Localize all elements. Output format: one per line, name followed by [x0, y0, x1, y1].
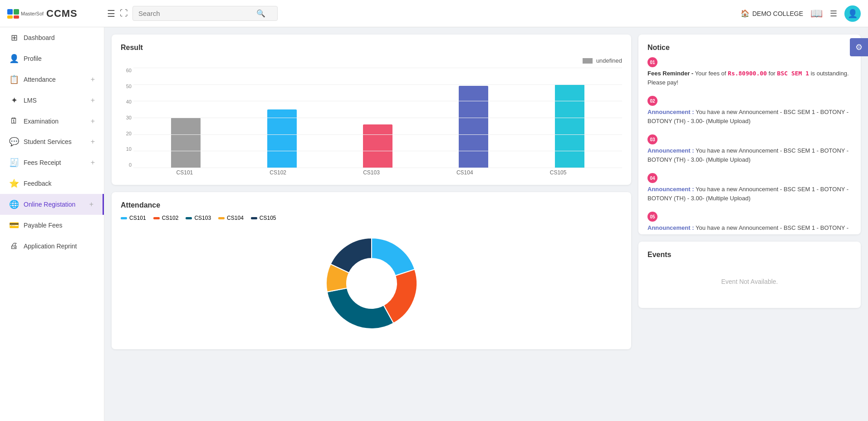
sidebar-item-payable-fees[interactable]: 💳 Payable Fees — [0, 215, 104, 236]
legend-item-CS101: CS101 — [121, 215, 146, 221]
home-icon: 🏠 — [740, 9, 750, 18]
x-label-CS105: CS105 — [511, 169, 605, 176]
bar-group-CS102 — [267, 109, 297, 168]
notice-text-02: Announcement : You have a new Announceme… — [647, 108, 852, 125]
sidebar-label-profile: Profile — [24, 55, 42, 62]
legend-dot-CS101 — [121, 217, 127, 219]
sidebar-plus-fees-receipt[interactable]: + — [91, 158, 95, 167]
notice-item-04: 04 Announcement : You have a new Announc… — [647, 173, 852, 203]
sidebar-label-feedback: Feedback — [24, 180, 51, 187]
svg-rect-2 — [7, 15, 13, 19]
navbar-menu-icons: ☰ ⛶ — [107, 8, 128, 19]
sidebar-plus-student-services[interactable]: + — [91, 138, 95, 146]
result-title: Result — [121, 44, 622, 52]
sidebar-item-examination[interactable]: 🗓 Examination + — [0, 111, 104, 131]
notice-title: Notice — [647, 44, 852, 52]
x-label-CS102: CS102 — [231, 169, 325, 176]
navbar-right: 🏠 DEMO COLLEGE 📖 ☰ 👤 — [740, 5, 861, 22]
sidebar-label-dashboard: Dashboard — [24, 34, 55, 41]
legend-label: undefined — [596, 57, 622, 64]
donut-legend: CS101CS102CS103CS104CS105 — [121, 215, 622, 221]
settings-fab[interactable]: ⚙ — [850, 38, 868, 56]
search-icon[interactable]: 🔍 — [256, 9, 265, 18]
bar-CS103 — [363, 124, 392, 168]
legend-item-CS104: CS104 — [218, 215, 244, 221]
sidebar-label-lms: LMS — [24, 97, 37, 104]
sidebar-label-student-services: Student Services — [24, 138, 72, 145]
svg-rect-3 — [14, 15, 19, 19]
legend-text-CS101: CS101 — [129, 215, 146, 221]
fullscreen-icon[interactable]: ⛶ — [120, 9, 128, 18]
events-card: Events Event Not Available. — [638, 242, 861, 308]
x-label-CS101: CS101 — [138, 169, 231, 176]
hamburger-icon[interactable]: ☰ — [107, 8, 115, 19]
donut-segment-CS103 — [327, 288, 393, 329]
sidebar-label-fees-receipt: Fees Receipt — [24, 159, 61, 166]
main-layout: ⊞ Dashboard 👤 Profile 📋 Attendance + ✦ L… — [0, 27, 868, 421]
bar-group-CS101 — [171, 118, 201, 168]
sidebar-label-payable-fees: Payable Fees — [24, 222, 63, 229]
bar-CS104 — [459, 86, 488, 168]
tasks-icon[interactable]: ☰ — [830, 9, 837, 19]
svg-rect-1 — [14, 9, 19, 15]
notice-item-02: 02 Announcement : You have a new Announc… — [647, 96, 852, 125]
left-column: Result undefined 0 10 20 30 40 50 60 — [112, 35, 631, 414]
y-axis: 0 10 20 30 40 50 60 — [121, 68, 133, 168]
legend-item-CS105: CS105 — [251, 215, 276, 221]
sidebar-plus-online-registration[interactable]: + — [89, 200, 93, 208]
bars-row — [133, 68, 622, 168]
sidebar-icon-dashboard: ⊞ — [9, 33, 19, 43]
notice-text-03: Announcement : You have a new Announceme… — [647, 146, 852, 164]
legend-box — [583, 58, 593, 64]
sidebar-plus-lms[interactable]: + — [91, 96, 95, 104]
sidebar-icon-payable-fees: 💳 — [9, 220, 19, 230]
sidebar-icon-feedback: ⭐ — [9, 178, 19, 188]
sidebar-item-feedback[interactable]: ⭐ Feedback — [0, 173, 104, 194]
bar-CS105 — [555, 84, 584, 168]
legend-dot-CS105 — [251, 217, 257, 219]
brand-logo: MasterSoft — [7, 7, 44, 20]
legend-text-CS105: CS105 — [260, 215, 276, 221]
events-title: Events — [647, 251, 852, 259]
bar-CS102 — [267, 109, 297, 168]
content-area: Result undefined 0 10 20 30 40 50 60 — [104, 27, 868, 421]
donut-chart — [315, 227, 428, 340]
notice-badge-01: 01 — [647, 57, 657, 67]
brand: MasterSoft CCMS — [7, 7, 107, 20]
bar-group-CS104 — [459, 86, 488, 168]
sidebar-item-attendance[interactable]: 📋 Attendance + — [0, 69, 104, 90]
legend-dot-CS103 — [186, 217, 192, 219]
sidebar-label-application-reprint: Application Reprint — [24, 243, 77, 250]
navbar: MasterSoft CCMS ☰ ⛶ 🔍 🏠 DEMO COLLEGE 📖 ☰… — [0, 0, 868, 27]
notice-badge-04: 04 — [647, 173, 657, 183]
notice-badge-02: 02 — [647, 96, 657, 106]
sidebar-item-application-reprint[interactable]: 🖨 Application Reprint — [0, 236, 104, 256]
sidebar-item-fees-receipt[interactable]: 🧾 Fees Receipt + — [0, 152, 104, 173]
sidebar-plus-attendance[interactable]: + — [91, 75, 95, 84]
notice-card: Notice 01 Fees Reminder - Your fees of R… — [638, 35, 861, 234]
book-icon[interactable]: 📖 — [810, 8, 823, 20]
sidebar-item-online-registration[interactable]: 🌐 Online Registation + — [0, 194, 104, 215]
sidebar-icon-fees-receipt: 🧾 — [9, 158, 19, 168]
chart-legend: undefined — [121, 57, 622, 64]
legend-text-CS103: CS103 — [194, 215, 211, 221]
notice-item-03: 03 Announcement : You have a new Announc… — [647, 134, 852, 164]
sidebar-item-dashboard[interactable]: ⊞ Dashboard — [0, 27, 104, 48]
bar-group-CS105 — [555, 84, 584, 168]
x-labels: CS101CS102CS103CS104CS105 — [121, 168, 622, 176]
bars-area — [133, 68, 622, 168]
notice-item-01: 01 Fees Reminder - Your fees of Rs.80900… — [647, 57, 852, 87]
sidebar-item-student-services[interactable]: 💬 Student Services + — [0, 131, 104, 152]
sidebar-item-lms[interactable]: ✦ LMS + — [0, 90, 104, 111]
bar-group-CS103 — [363, 124, 392, 168]
legend-text-CS102: CS102 — [162, 215, 179, 221]
search-input[interactable] — [138, 10, 256, 17]
legend-item-CS102: CS102 — [153, 215, 179, 221]
sidebar-icon-attendance: 📋 — [9, 74, 19, 84]
avatar[interactable]: 👤 — [844, 5, 861, 22]
notice-badge-05: 05 — [647, 212, 657, 222]
attendance-card: Attendance CS101CS102CS103CS104CS105 — [112, 192, 631, 349]
search-bar: 🔍 — [132, 6, 278, 21]
sidebar-item-profile[interactable]: 👤 Profile — [0, 48, 104, 69]
sidebar-plus-examination[interactable]: + — [91, 117, 95, 125]
